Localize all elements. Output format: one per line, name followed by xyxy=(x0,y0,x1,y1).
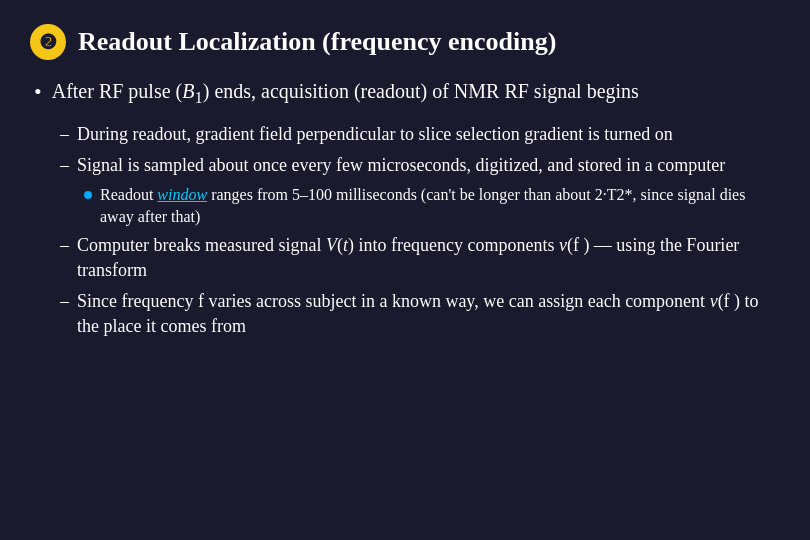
dash-1: – xyxy=(60,122,69,147)
sub-item-2-text: Signal is sampled about once every few m… xyxy=(77,153,725,178)
main-bullet: • After RF pulse (B1) ends, acquisition … xyxy=(30,78,780,110)
sub-item-2: – Signal is sampled about once every few… xyxy=(60,153,780,178)
main-bullet-text: After RF pulse (B1) ends, acquisition (r… xyxy=(52,78,639,110)
section-number: ❷ xyxy=(30,24,66,60)
bullet-dot: • xyxy=(34,78,42,107)
sub-item-4: – Since frequency f varies across subjec… xyxy=(60,289,780,339)
title-row: ❷ Readout Localization (frequency encodi… xyxy=(30,24,780,60)
sub-sub-item-1: Readout window ranges from 5–100 millise… xyxy=(84,184,780,229)
dash-3: – xyxy=(60,233,69,258)
dash-2: – xyxy=(60,153,69,178)
window-word: window xyxy=(157,186,207,203)
sub-item-1: – During readout, gradient field perpend… xyxy=(60,122,780,147)
sub-item-1-text: During readout, gradient field perpendic… xyxy=(77,122,673,147)
sub-sub-items-container: Readout window ranges from 5–100 millise… xyxy=(60,184,780,229)
sub-item-3-text: Computer breaks measured signal V(t) int… xyxy=(77,233,780,283)
sub-item-3: – Computer breaks measured signal V(t) i… xyxy=(60,233,780,283)
sub-items-container: – During readout, gradient field perpend… xyxy=(30,122,780,346)
sub-item-4-text: Since frequency f varies across subject … xyxy=(77,289,780,339)
subscript-1: 1 xyxy=(194,88,202,107)
slide-title: Readout Localization (frequency encoding… xyxy=(78,27,556,57)
dash-4: – xyxy=(60,289,69,314)
sub-sub-dot xyxy=(84,191,92,199)
sub-sub-item-text: Readout window ranges from 5–100 millise… xyxy=(100,184,780,229)
